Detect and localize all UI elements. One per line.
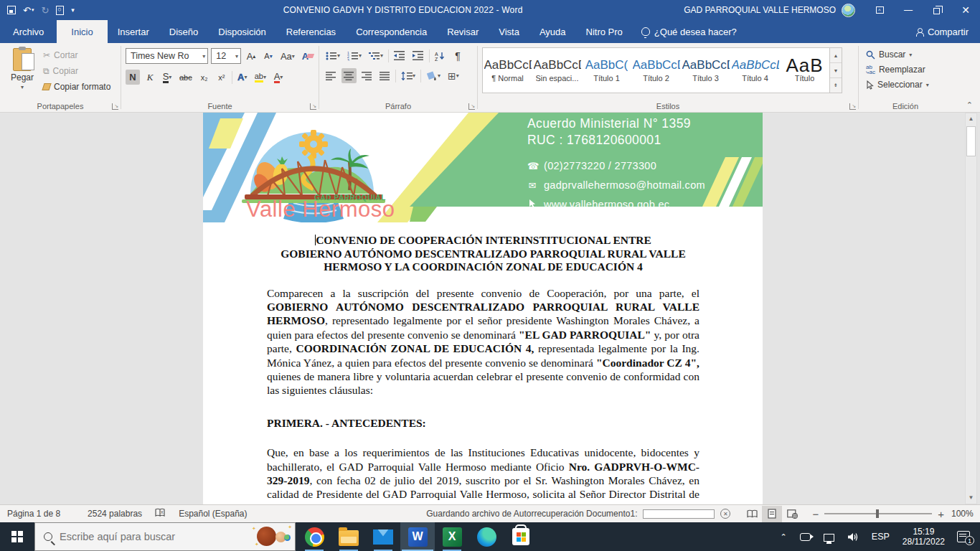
clock[interactable]: 15:1928/11/2022: [896, 527, 951, 547]
paragraph-1[interactable]: Comparecen a la suscripción del presente…: [267, 286, 699, 397]
network-icon[interactable]: [817, 532, 841, 542]
styles-dialog-launcher[interactable]: ↘: [849, 103, 856, 110]
style-sin-espaciado[interactable]: AaBbCcDcSin espaci...: [532, 48, 582, 93]
web-layout-button[interactable]: [782, 506, 802, 522]
style-titulo-2[interactable]: AaBbCcDTítulo 2: [631, 48, 681, 93]
tab-nitro-pro[interactable]: Nitro Pro: [576, 20, 633, 43]
vertical-scrollbar[interactable]: ▲ ▼: [965, 113, 977, 504]
close-button[interactable]: ✕: [951, 0, 980, 20]
style-titulo-4[interactable]: AaBbCcDTítulo 4: [730, 48, 780, 93]
style-normal[interactable]: AaBbCcD¶ Normal: [483, 48, 532, 93]
paragraph-dialog-launcher[interactable]: ↘: [468, 103, 475, 110]
account-avatar[interactable]: [842, 4, 855, 17]
document-title[interactable]: CONVENIO DE COOPERACIÓN INTERINSTITUCION…: [267, 234, 699, 274]
zoom-out-icon[interactable]: −: [812, 508, 819, 520]
tell-me-box[interactable]: ¿Qué desea hacer?: [633, 20, 745, 43]
minimize-button[interactable]: —: [894, 0, 923, 20]
share-button[interactable]: Compartir: [905, 20, 980, 43]
taskbar-word[interactable]: W: [400, 522, 435, 551]
font-family-combo[interactable]: Times New Ro▾: [126, 48, 208, 64]
volume-icon[interactable]: [841, 532, 865, 542]
shrink-font-button[interactable]: A▾: [261, 49, 275, 64]
style-titulo-3[interactable]: AaBbCcDTítulo 3: [681, 48, 730, 93]
search-input[interactable]: [60, 531, 225, 542]
save-icon[interactable]: [7, 6, 16, 14]
show-marks-button[interactable]: ¶: [451, 48, 465, 63]
taskbar-edge[interactable]: [469, 522, 504, 551]
highlight-button[interactable]: ab▾: [253, 70, 268, 85]
tab-disposicion[interactable]: Disposición: [208, 20, 275, 43]
print-preview-icon[interactable]: [56, 6, 64, 15]
print-layout-button[interactable]: [762, 506, 782, 522]
tab-diseno[interactable]: Diseño: [159, 20, 208, 43]
bold-button[interactable]: N: [126, 70, 140, 85]
tab-referencias[interactable]: Referencias: [276, 20, 346, 43]
undo-icon[interactable]: ↶▾: [23, 5, 34, 16]
scroll-up-icon[interactable]: ▲: [966, 113, 976, 125]
proofing-icon[interactable]: x: [155, 508, 166, 519]
bullets-button[interactable]: ▾: [324, 48, 342, 63]
collapse-ribbon-icon[interactable]: ⌃: [966, 100, 973, 110]
word-count[interactable]: 2524 palabras: [80, 509, 149, 519]
cut-button[interactable]: ✂Cortar: [40, 49, 113, 62]
page-indicator[interactable]: Página 1 de 8: [0, 509, 67, 519]
align-left-button[interactable]: [324, 68, 339, 83]
borders-button[interactable]: ⊞▾: [446, 68, 461, 83]
format-painter-button[interactable]: Copiar formato: [40, 80, 113, 93]
action-center-icon[interactable]: 1: [957, 531, 970, 542]
tab-inicio[interactable]: Inicio: [57, 20, 107, 43]
decrease-indent-button[interactable]: [392, 48, 407, 63]
style-titulo-1[interactable]: AaBbC(Título 1: [582, 48, 631, 93]
redo-icon[interactable]: ↻: [41, 5, 49, 16]
paragraph-2[interactable]: Que, en base a los requerimientos de las…: [267, 446, 699, 504]
customize-qat-icon[interactable]: ▾: [71, 6, 75, 14]
tab-insertar[interactable]: Insertar: [108, 20, 159, 43]
tab-correspondencia[interactable]: Correspondencia: [346, 20, 437, 43]
zoom-level[interactable]: 100%: [951, 509, 980, 519]
font-size-combo[interactable]: 12▾: [211, 48, 241, 64]
tab-archivo[interactable]: Archivo: [0, 20, 57, 43]
select-button[interactable]: Seleccionar▾: [863, 78, 949, 91]
zoom-slider[interactable]: [824, 513, 932, 514]
ribbon-display-options-icon[interactable]: ^: [865, 0, 894, 20]
zoom-slider-thumb[interactable]: [876, 509, 879, 518]
line-spacing-button[interactable]: ▾: [399, 68, 418, 83]
heading-primera[interactable]: PRIMERA. - ANTECEDENTES:: [267, 416, 699, 430]
superscript-button[interactable]: x²: [215, 70, 229, 85]
justify-button[interactable]: [377, 68, 392, 83]
multilevel-list-button[interactable]: ▾: [367, 48, 385, 63]
text-effects-button[interactable]: A▾: [235, 70, 250, 85]
subscript-button[interactable]: x₂: [197, 70, 212, 85]
letterhead-image[interactable]: GAD PARROQUIAL Valle Hermoso Acuerdo Min…: [203, 113, 763, 222]
taskbar-mail[interactable]: [366, 522, 400, 551]
taskbar-search[interactable]: ✦✦✦: [34, 522, 296, 551]
clear-formatting-button[interactable]: A: [300, 49, 316, 64]
tray-chevron-icon[interactable]: ⌃: [774, 532, 793, 542]
document-page[interactable]: GAD PARROQUIAL Valle Hermoso Acuerdo Min…: [203, 113, 763, 504]
taskbar-store[interactable]: [504, 522, 538, 551]
align-right-button[interactable]: [359, 68, 374, 83]
cancel-save-icon[interactable]: ✕: [720, 509, 730, 519]
read-mode-button[interactable]: [742, 506, 762, 522]
style-titulo[interactable]: AaBTítulo: [780, 48, 829, 93]
tab-revisar[interactable]: Revisar: [437, 20, 489, 43]
underline-button[interactable]: S▾: [160, 70, 174, 85]
styles-scroll-up-icon[interactable]: ▲: [830, 48, 842, 63]
tab-vista[interactable]: Vista: [489, 20, 529, 43]
paste-button[interactable]: Pegar ▾: [4, 46, 40, 98]
copy-button[interactable]: ⧉Copiar: [40, 65, 113, 77]
replace-button[interactable]: ab⤷ac Reemplazar: [863, 63, 949, 76]
taskbar-chrome[interactable]: [297, 522, 331, 551]
tab-ayuda[interactable]: Ayuda: [529, 20, 576, 43]
font-color-button[interactable]: A▾: [271, 70, 286, 85]
numbering-button[interactable]: 123▾: [345, 48, 364, 63]
scrollbar-thumb[interactable]: [966, 126, 976, 156]
restore-button[interactable]: [923, 0, 951, 20]
strikethrough-button[interactable]: abc: [177, 70, 194, 85]
styles-scroll-down-icon[interactable]: ▼: [830, 63, 842, 78]
language-tray[interactable]: ESP: [865, 532, 896, 542]
font-dialog-launcher[interactable]: ↘: [310, 103, 316, 110]
increase-indent-button[interactable]: [410, 48, 426, 63]
sort-button[interactable]: AZ: [433, 48, 448, 63]
grow-font-button[interactable]: A▴: [244, 49, 258, 64]
